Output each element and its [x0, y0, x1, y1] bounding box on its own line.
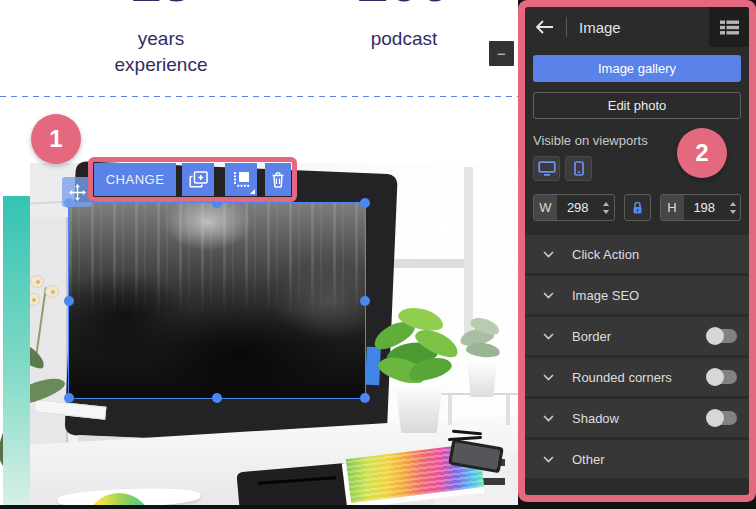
height-label: H: [661, 195, 684, 220]
photo-window-bar: [464, 167, 473, 337]
image-gallery-button[interactable]: Image gallery: [533, 55, 741, 82]
stat-label-podcast: podcast: [340, 26, 468, 52]
position-icon: [233, 171, 250, 188]
photo-window-bar: [392, 259, 464, 268]
photo-orchid-flower: [30, 275, 44, 288]
selected-image-element[interactable]: [68, 202, 366, 399]
back-arrow-icon: [535, 20, 554, 34]
edit-photo-button[interactable]: Edit photo: [533, 92, 741, 119]
toolbar-gap: [257, 163, 265, 196]
position-button[interactable]: [225, 163, 257, 196]
toggle-knob: [706, 327, 724, 345]
viewport-desktop-button[interactable]: [533, 156, 560, 181]
chevron-down-icon: [543, 415, 554, 422]
collapse-section-button[interactable]: −: [489, 41, 514, 66]
section-click-action[interactable]: Click Action: [525, 235, 749, 273]
resize-handle-bottom-left[interactable]: [64, 393, 74, 403]
section-label: Rounded corners: [572, 370, 672, 385]
image-settings-panel: Image Image gallery Edit photo Visible o…: [525, 7, 749, 495]
border-toggle-off[interactable]: [707, 329, 737, 343]
step-up-icon[interactable]: [730, 202, 736, 206]
resize-handle-right[interactable]: [360, 296, 370, 306]
width-steppers: [599, 195, 614, 220]
step-down-icon[interactable]: [603, 210, 609, 214]
stat-number-years: 15: [100, 0, 222, 10]
back-button[interactable]: [535, 20, 554, 34]
hero-stats-section: 15 years experience 200 podcast −: [0, 0, 518, 96]
chevron-down-icon: [543, 333, 554, 340]
add-image-icon: [189, 171, 208, 188]
panel-header: Image: [525, 7, 749, 47]
screen: 15 years experience 200 podcast −: [0, 0, 756, 509]
settings-panel-callout-frame: Image Image gallery Edit photo Visible o…: [518, 0, 756, 502]
resize-handle-left[interactable]: [64, 296, 74, 306]
photo-left-monitor: [30, 217, 68, 462]
section-shadow[interactable]: Shadow: [525, 399, 749, 437]
rounded-corners-toggle-off[interactable]: [707, 370, 737, 384]
chevron-down-icon: [543, 251, 554, 258]
list-menu-icon: [720, 20, 739, 35]
width-input[interactable]: [557, 195, 599, 220]
layers-menu-button[interactable]: [709, 7, 749, 47]
width-label: W: [534, 195, 557, 220]
section-image-seo[interactable]: Image SEO: [525, 276, 749, 314]
section-rounded-corners[interactable]: Rounded corners: [525, 358, 749, 396]
delete-image-button[interactable]: [265, 163, 291, 196]
image-toolbar: CHANGE: [94, 163, 291, 196]
callout-badge-2: 2: [677, 128, 727, 178]
callout-badge-1: 1: [31, 114, 81, 164]
stat-label-years: years experience: [100, 26, 222, 77]
resize-handle-bottom-right[interactable]: [360, 393, 370, 403]
minus-icon: −: [497, 45, 506, 62]
section-other[interactable]: Other: [525, 440, 749, 478]
toolbar-callout-frame: CHANGE: [88, 157, 297, 202]
selected-image-texture: [69, 203, 365, 316]
section-label: Image SEO: [572, 288, 639, 303]
aspect-lock-button[interactable]: [624, 194, 651, 221]
shadow-toggle-off[interactable]: [707, 411, 737, 425]
photo-table-leg: [506, 395, 510, 425]
next-section-dark-strip: [0, 505, 518, 509]
header-separator: [566, 17, 567, 37]
lock-icon: [631, 200, 644, 215]
photo-plant-pot-small: [466, 363, 498, 397]
photo-table-leg: [448, 395, 452, 425]
photo-smartphone-screen: [452, 442, 501, 470]
resize-handle-top-right[interactable]: [360, 198, 370, 208]
viewport-mobile-button[interactable]: [565, 156, 592, 181]
toggle-knob: [706, 409, 724, 427]
desktop-icon: [538, 161, 556, 176]
submenu-corner-marker: [250, 189, 255, 194]
mobile-icon: [574, 161, 584, 176]
toolbar-gap: [214, 163, 225, 196]
settings-sections: Click Action Image SEO Border Rounded co…: [525, 235, 749, 478]
section-border[interactable]: Border: [525, 317, 749, 355]
step-up-icon[interactable]: [603, 202, 609, 206]
photo-plant-pot: [393, 383, 445, 433]
chevron-down-icon: [543, 292, 554, 299]
chevron-down-icon: [543, 456, 554, 463]
height-input-group: H: [660, 194, 742, 221]
panel-title: Image: [579, 19, 621, 36]
change-image-button[interactable]: CHANGE: [94, 163, 176, 196]
move-arrows-icon: [69, 184, 86, 201]
teal-gradient-strip: [3, 196, 30, 505]
trash-icon: [271, 172, 285, 188]
photo-orchid-flower: [45, 285, 59, 298]
section-label: Shadow: [572, 411, 619, 426]
width-input-group: W: [533, 194, 615, 221]
toggle-knob: [706, 368, 724, 386]
add-image-button[interactable]: [182, 163, 214, 196]
size-controls-row: W H: [533, 194, 741, 221]
resize-handle-bottom[interactable]: [212, 393, 222, 403]
section-label: Other: [572, 452, 605, 467]
section-label: Border: [572, 329, 611, 344]
height-input[interactable]: [684, 195, 726, 220]
section-label: Click Action: [572, 247, 639, 262]
height-steppers: [725, 195, 740, 220]
step-down-icon[interactable]: [730, 210, 736, 214]
website-editor-canvas: 15 years experience 200 podcast −: [0, 0, 518, 509]
stat-number-podcast: 200: [340, 0, 468, 10]
chevron-down-icon: [543, 374, 554, 381]
